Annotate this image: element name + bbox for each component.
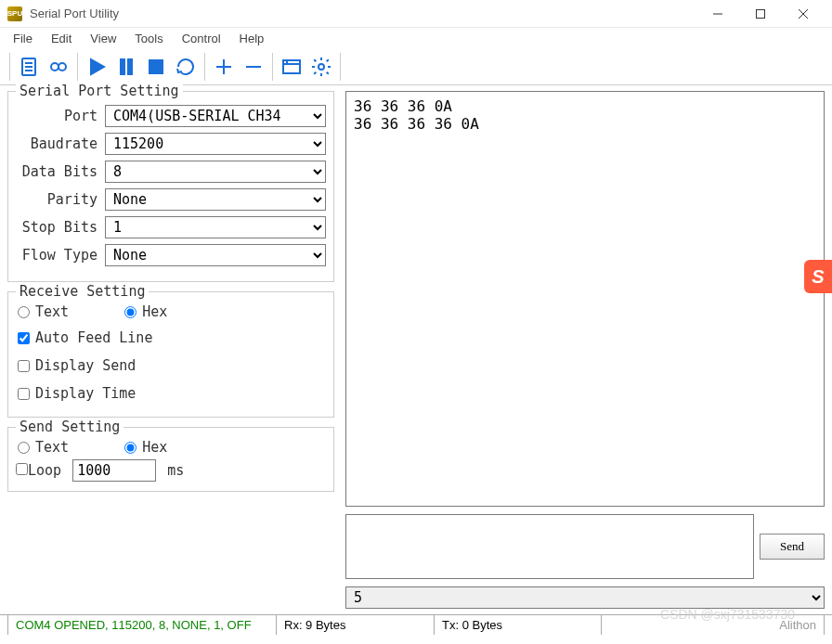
app-icon: SPU	[7, 6, 22, 21]
menu-edit[interactable]: Edit	[42, 30, 81, 47]
svg-rect-11	[121, 59, 124, 74]
svg-point-20	[318, 64, 324, 70]
menu-help[interactable]: Help	[230, 30, 274, 47]
svg-rect-13	[150, 60, 162, 73]
receive-text-radio[interactable]: Text	[18, 303, 69, 320]
document-icon[interactable]	[14, 52, 44, 82]
databits-label: Data Bits	[16, 163, 105, 180]
play-icon[interactable]	[82, 52, 111, 82]
display-send-check[interactable]: Display Send	[18, 357, 324, 374]
group-title-send: Send Setting	[16, 419, 124, 435]
content-area: Serial Port Setting Port COM4(USB-SERIAL…	[0, 85, 832, 614]
parity-label: Parity	[16, 191, 105, 208]
group-title-serial: Serial Port Setting	[16, 83, 183, 99]
flow-label: Flow Type	[16, 247, 105, 264]
gear-icon[interactable]	[306, 52, 336, 82]
status-connection: COM4 OPENED, 115200, 8, NONE, 1, OFF	[7, 615, 277, 635]
plus-icon[interactable]	[209, 52, 239, 82]
maximize-button[interactable]	[739, 0, 782, 28]
send-hex-radio[interactable]: Hex	[124, 439, 167, 456]
svg-point-8	[51, 63, 58, 71]
svg-rect-12	[128, 59, 132, 74]
menu-tools[interactable]: Tools	[125, 30, 172, 47]
display-time-check[interactable]: Display Time	[18, 385, 324, 402]
send-text-radio[interactable]: Text	[18, 439, 69, 456]
status-brand: Alithon	[602, 615, 825, 635]
status-rx: Rx: 9 Bytes	[277, 615, 435, 635]
databits-select[interactable]: 8	[105, 161, 326, 183]
port-label: Port	[16, 108, 105, 124]
loop-interval-input[interactable]	[72, 459, 156, 482]
parity-select[interactable]: None	[105, 188, 326, 211]
settings-panel: Serial Port Setting Port COM4(USB-SERIAL…	[0, 85, 342, 614]
port-select[interactable]: COM4(USB-SERIAL CH34	[105, 105, 326, 127]
receive-hex-radio[interactable]: Hex	[124, 303, 167, 320]
menu-view[interactable]: View	[81, 30, 125, 47]
menu-file[interactable]: File	[4, 30, 42, 47]
loop-check[interactable]: Loop	[16, 462, 61, 479]
close-button[interactable]	[782, 0, 825, 28]
window-title: Serial Port Utility	[30, 6, 696, 20]
minimize-button[interactable]	[696, 0, 739, 28]
svg-rect-17	[283, 60, 300, 73]
stopbits-label: Stop Bits	[16, 219, 105, 236]
status-tx: Tx: 0 Bytes	[435, 615, 602, 635]
ms-label: ms	[167, 462, 184, 479]
menu-bar: File Edit View Tools Control Help	[0, 28, 832, 48]
receive-setting-group: Receive Setting Text Hex Auto Feed Line …	[7, 291, 334, 418]
output-box[interactable]: 36 36 36 0A 36 36 36 36 0A	[345, 91, 825, 507]
send-button[interactable]: Send	[760, 534, 825, 560]
svg-rect-1	[757, 9, 765, 18]
history-combo[interactable]: 5	[345, 586, 825, 609]
stop-icon[interactable]	[141, 52, 171, 82]
toolbar	[0, 48, 832, 85]
stopbits-select[interactable]: 1	[105, 216, 326, 238]
baudrate-select[interactable]: 115200	[105, 133, 326, 155]
send-setting-group: Send Setting Text Hex Loop ms	[7, 427, 334, 492]
refresh-icon[interactable]	[171, 52, 201, 82]
window-icon[interactable]	[277, 52, 306, 82]
record-icon[interactable]	[44, 52, 73, 82]
send-input[interactable]	[345, 514, 754, 579]
serial-port-setting-group: Serial Port Setting Port COM4(USB-SERIAL…	[7, 91, 334, 282]
group-title-receive: Receive Setting	[16, 283, 149, 300]
io-panel: 36 36 36 0A 36 36 36 36 0A Send 5	[342, 85, 832, 614]
side-badge-icon: S	[804, 260, 832, 293]
menu-control[interactable]: Control	[173, 30, 230, 47]
svg-point-9	[58, 63, 66, 71]
flow-select[interactable]: None	[105, 244, 326, 266]
auto-feed-line-check[interactable]: Auto Feed Line	[18, 329, 324, 346]
minus-icon[interactable]	[239, 52, 268, 82]
title-bar: SPU Serial Port Utility	[0, 0, 832, 28]
pause-icon[interactable]	[111, 52, 141, 82]
svg-marker-10	[91, 59, 104, 74]
status-bar: COM4 OPENED, 115200, 8, NONE, 1, OFF Rx:…	[0, 614, 832, 635]
baudrate-label: Baudrate	[16, 135, 105, 152]
